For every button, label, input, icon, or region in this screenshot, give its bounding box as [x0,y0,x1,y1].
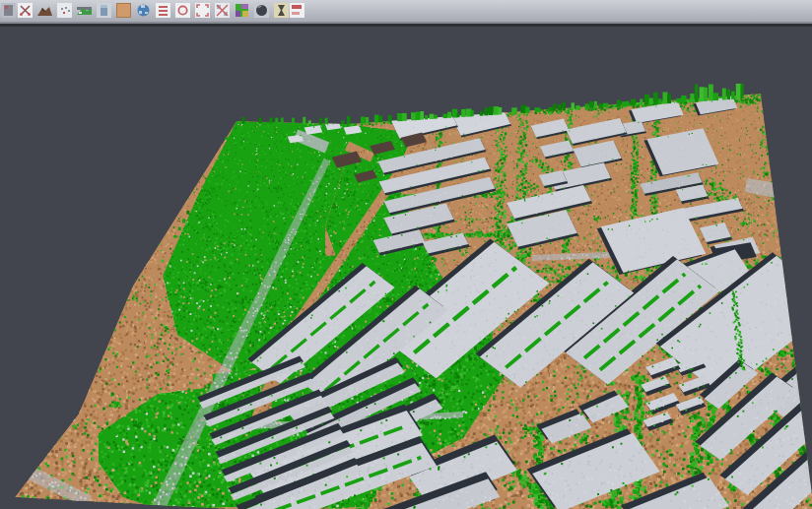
green-hill-icon[interactable] [77,3,92,18]
red-checker-icon[interactable] [215,3,230,18]
scissors-icon[interactable] [18,3,33,18]
application-window [0,0,812,509]
globe-icon[interactable] [136,3,151,18]
terrain-mound-icon[interactable] [37,3,52,18]
sphere-icon[interactable] [254,3,269,18]
red-circle-icon[interactable] [175,3,190,18]
toolbar [0,0,812,24]
red-stripes-icon[interactable] [290,3,304,18]
points-icon[interactable] [57,3,72,18]
point-cloud-scene[interactable] [0,24,812,509]
clipboard-icon[interactable] [1,3,16,18]
red-lines-icon[interactable] [156,3,170,18]
classification-icon[interactable] [235,3,249,18]
red-brackets-icon[interactable] [195,3,210,18]
3d-viewport[interactable] [0,24,812,509]
column-icon[interactable] [97,3,111,18]
orange-square-icon[interactable] [116,3,131,18]
hourglass-icon[interactable] [274,3,289,18]
